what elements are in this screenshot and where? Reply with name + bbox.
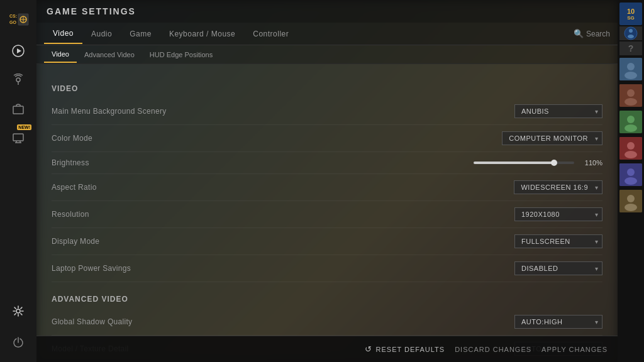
setting-row-display-mode: Display Mode FULLSCREEN	[52, 228, 602, 255]
setting-label-menu-bg: Main Menu Background Scenery	[52, 107, 514, 116]
friend-avatar-4[interactable]	[619, 137, 642, 160]
brightness-slider-fill	[474, 162, 554, 164]
svg-text:GO: GO	[9, 20, 16, 25]
page-title: GAME SETTINGS	[47, 6, 136, 16]
setting-control-color-mode: COMPUTER MONITOR	[502, 131, 602, 145]
section-header-advanced-video: Advanced Video	[52, 295, 602, 306]
discard-changes-button[interactable]: DISCARD CHANGES	[455, 346, 531, 353]
dropdown-laptop-power[interactable]: DISABLED	[514, 261, 602, 275]
dropdown-aspect-ratio[interactable]: WIDESCREEN 16:9	[514, 180, 602, 194]
dropdown-shadow-quality[interactable]: AUTO:HIGH	[514, 315, 602, 329]
bottom-bar: ↺ RESET DEFAULTS DISCARD CHANGES APPLY C…	[36, 336, 618, 362]
svg-point-31	[627, 142, 635, 150]
tab-game[interactable]: Game	[121, 25, 160, 43]
sub-tab-video[interactable]: Video	[44, 47, 77, 63]
apply-label: APPLY CHANGES	[541, 346, 608, 353]
brightness-slider-thumb[interactable]	[551, 160, 557, 166]
sub-tabs: Video Advanced Video HUD Edge Positions	[36, 45, 618, 64]
dropdown-color-mode[interactable]: COMPUTER MONITOR	[502, 131, 602, 145]
setting-control-resolution: 1920X1080	[514, 207, 602, 221]
friend-avatar-6[interactable]	[619, 190, 642, 212]
right-sidebar: 10 SG ?	[618, 0, 644, 362]
tab-keyboard-mouse[interactable]: Keyboard / Mouse	[160, 25, 244, 43]
svg-rect-12	[13, 134, 23, 141]
svg-rect-11	[13, 106, 23, 114]
svg-point-9	[16, 78, 20, 82]
sidebar-settings-icon[interactable]	[6, 299, 30, 323]
main-content: GAME SETTINGS Video Audio Game Keyboard …	[36, 0, 618, 362]
sidebar-power-icon[interactable]	[6, 331, 30, 354]
brightness-slider-track[interactable]	[474, 162, 574, 164]
search-icon: 🔍	[574, 29, 584, 38]
svg-point-34	[627, 168, 635, 176]
settings-panel: Video Main Menu Background Scenery ANUBI…	[36, 64, 618, 362]
setting-label-laptop-power: Laptop Power Savings	[52, 264, 514, 273]
setting-row-brightness: Brightness 110%	[52, 152, 602, 174]
sidebar-play-icon[interactable]	[6, 39, 30, 63]
sidebar-antenna-icon[interactable]	[6, 68, 30, 92]
user-level-badge[interactable]: 10 SG	[619, 3, 642, 25]
svg-point-26	[625, 98, 637, 106]
friend-avatar-1[interactable]	[619, 58, 642, 80]
svg-point-28	[627, 116, 635, 123]
setting-control-aspect-ratio: WIDESCREEN 16:9	[514, 180, 602, 194]
svg-point-16	[16, 309, 20, 313]
svg-text:CS:: CS:	[9, 14, 17, 18]
friend-avatar-3[interactable]	[619, 111, 642, 133]
svg-point-35	[625, 177, 637, 185]
setting-label-shadow-quality: Global Shadow Quality	[52, 317, 514, 326]
friend-avatar-2[interactable]	[619, 84, 642, 107]
search-area[interactable]: 🔍 Search	[574, 29, 610, 38]
reset-defaults-button[interactable]: ↺ RESET DEFAULTS	[365, 344, 445, 354]
setting-control-menu-bg: ANUBIS	[514, 104, 602, 118]
sub-tab-hud[interactable]: HUD Edge Positions	[142, 47, 220, 62]
new-badge: NEW!	[17, 124, 31, 130]
tab-controller[interactable]: Controller	[244, 25, 297, 43]
setting-label-display-mode: Display Mode	[52, 237, 514, 246]
svg-point-32	[625, 151, 637, 158]
sidebar-inventory-icon[interactable]	[6, 97, 30, 121]
sidebar-tv-icon[interactable]: NEW!	[6, 126, 30, 150]
svg-point-38	[625, 204, 637, 211]
level-rank: SG	[627, 15, 635, 21]
sub-tab-advanced-video[interactable]: Advanced Video	[77, 47, 142, 62]
setting-control-brightness: 110%	[474, 159, 602, 167]
setting-label-brightness: Brightness	[52, 158, 474, 167]
setting-control-shadow-quality: AUTO:HIGH	[514, 315, 602, 329]
svg-point-37	[627, 195, 635, 202]
reset-label: RESET DEFAULTS	[376, 346, 445, 353]
csgo-logo[interactable]: CS: GO	[6, 8, 30, 31]
setting-label-resolution: Resolution	[52, 210, 514, 219]
setting-row-menu-bg: Main Menu Background Scenery ANUBIS	[52, 98, 602, 125]
setting-control-display-mode: FULLSCREEN	[514, 234, 602, 248]
svg-point-29	[625, 124, 637, 132]
svg-point-25	[627, 89, 635, 97]
nav-tabs: Video Audio Game Keyboard / Mouse Contro…	[36, 23, 618, 45]
setting-label-aspect-ratio: Aspect Ratio	[52, 183, 514, 192]
tab-video[interactable]: Video	[44, 24, 82, 44]
apply-changes-button[interactable]: APPLY CHANGES	[541, 346, 608, 353]
svg-marker-8	[17, 48, 21, 53]
topbar: GAME SETTINGS	[36, 0, 618, 23]
svg-point-19	[629, 29, 633, 33]
left-sidebar: CS: GO N	[0, 0, 36, 362]
discard-label: DISCARD CHANGES	[455, 346, 531, 353]
search-label[interactable]: Search	[586, 30, 610, 38]
dropdown-menu-bg[interactable]: ANUBIS	[514, 104, 602, 118]
setting-row-shadow-quality: Global Shadow Quality AUTO:HIGH	[52, 309, 602, 336]
setting-row-color-mode: Color Mode COMPUTER MONITOR	[52, 125, 602, 152]
setting-label-color-mode: Color Mode	[52, 134, 502, 143]
svg-point-22	[627, 63, 635, 70]
brightness-value: 110%	[580, 159, 602, 167]
svg-point-20	[628, 35, 634, 38]
level-number: 10	[627, 8, 635, 15]
setting-row-laptop-power: Laptop Power Savings DISABLED	[52, 255, 602, 282]
section-header-video: Video	[52, 84, 602, 96]
dropdown-display-mode[interactable]: FULLSCREEN	[514, 234, 602, 248]
dropdown-resolution[interactable]: 1920X1080	[514, 207, 602, 221]
help-button[interactable]: ?	[619, 41, 642, 55]
settings-content: Video Main Menu Background Scenery ANUBI…	[36, 64, 618, 362]
friend-avatar-5[interactable]	[619, 163, 642, 186]
rank-icon[interactable]	[619, 26, 642, 40]
tab-audio[interactable]: Audio	[82, 25, 121, 43]
